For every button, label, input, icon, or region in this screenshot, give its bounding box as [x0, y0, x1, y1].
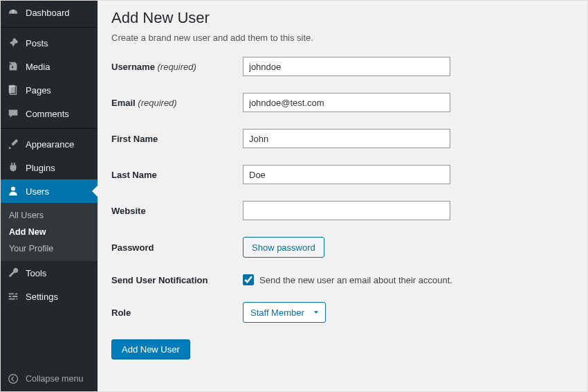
website-label: Website — [111, 206, 243, 216]
plug-icon — [6, 161, 20, 175]
lastname-input[interactable] — [243, 165, 450, 184]
sidebar-item-media[interactable]: Media — [1, 55, 98, 78]
svg-rect-2 — [9, 85, 15, 93]
role-select[interactable]: Staff Member — [243, 302, 326, 323]
menu-separator — [1, 24, 98, 28]
sidebar-item-users[interactable]: Users — [1, 179, 98, 203]
menu-separator — [1, 125, 98, 129]
wrench-icon — [6, 266, 20, 280]
sidebar-item-pages[interactable]: Pages — [1, 78, 98, 102]
media-icon — [6, 60, 20, 73]
sidebar-item-plugins[interactable]: Plugins — [1, 156, 98, 179]
users-submenu: All Users Add New Your Profile — [1, 203, 98, 261]
submenu-item-all-users[interactable]: All Users — [1, 207, 98, 224]
row-password: Password Show password — [111, 237, 573, 258]
sliders-icon — [6, 289, 20, 303]
notification-checkbox[interactable] — [243, 274, 254, 285]
show-password-button[interactable]: Show password — [243, 237, 324, 258]
add-new-user-button[interactable]: Add New User — [111, 339, 190, 359]
firstname-input[interactable] — [243, 129, 450, 148]
sidebar-item-posts[interactable]: Posts — [1, 31, 98, 55]
row-username: Username (required) — [111, 57, 573, 76]
sidebar-item-label: Pages — [26, 85, 51, 96]
dashboard-icon — [6, 6, 20, 19]
sidebar-item-settings[interactable]: Settings — [1, 285, 98, 308]
svg-point-4 — [9, 375, 18, 384]
comments-icon — [6, 107, 20, 121]
role-label: Role — [111, 308, 243, 318]
row-email: Email (required) — [111, 93, 573, 112]
firstname-label: First Name — [111, 134, 243, 144]
user-icon — [6, 184, 20, 198]
page-title: Add New User — [111, 9, 573, 27]
sidebar-item-label: Comments — [26, 109, 69, 119]
svg-rect-0 — [12, 10, 14, 13]
pin-icon — [6, 36, 20, 50]
sidebar-item-appearance[interactable]: Appearance — [1, 132, 98, 156]
row-lastname: Last Name — [111, 165, 573, 184]
sidebar-item-label: Media — [26, 62, 50, 72]
collapse-label: Collapse menu — [26, 374, 83, 384]
brush-icon — [6, 137, 20, 151]
email-input[interactable] — [243, 93, 450, 112]
svg-point-3 — [11, 186, 15, 190]
email-label: Email (required) — [111, 98, 243, 108]
sidebar-item-dashboard[interactable]: Dashboard — [1, 1, 98, 24]
notification-text: Send the new user an email about their a… — [259, 275, 452, 285]
sidebar-item-label: Settings — [26, 292, 58, 302]
username-input[interactable] — [243, 57, 450, 76]
notification-label: Send User Notification — [111, 275, 243, 285]
sidebar-item-label: Tools — [26, 268, 46, 278]
sidebar-item-label: Dashboard — [26, 8, 70, 18]
row-notification: Send User Notification Send the new user… — [111, 274, 573, 285]
website-input[interactable] — [243, 201, 450, 220]
sidebar-item-label: Posts — [26, 38, 48, 48]
sidebar-item-comments[interactable]: Comments — [1, 102, 98, 125]
notification-checkbox-wrap[interactable]: Send the new user an email about their a… — [243, 274, 573, 285]
role-selected-value: Staff Member — [250, 308, 304, 318]
sidebar-item-label: Plugins — [26, 163, 55, 173]
sidebar-item-label: Appearance — [26, 139, 74, 150]
lastname-label: Last Name — [111, 170, 243, 180]
pages-icon — [6, 83, 20, 97]
collapse-menu[interactable]: Collapse menu — [1, 366, 98, 391]
row-website: Website — [111, 201, 573, 220]
chevron-down-icon — [312, 308, 320, 317]
row-role: Role Staff Member — [111, 302, 573, 323]
sidebar-item-tools[interactable]: Tools — [1, 261, 98, 285]
main-content: Add New User Create a brand new user and… — [98, 1, 587, 391]
sidebar-item-label: Users — [26, 186, 49, 197]
submenu-item-add-new[interactable]: Add New — [1, 224, 98, 240]
collapse-icon — [6, 372, 20, 386]
username-label: Username (required) — [111, 62, 243, 72]
submenu-item-your-profile[interactable]: Your Profile — [1, 240, 98, 257]
admin-sidebar: Dashboard Posts Media Pages Comments App… — [1, 1, 98, 391]
row-firstname: First Name — [111, 129, 573, 148]
password-label: Password — [111, 242, 243, 253]
page-description: Create a brand new user and add them to … — [111, 33, 573, 43]
